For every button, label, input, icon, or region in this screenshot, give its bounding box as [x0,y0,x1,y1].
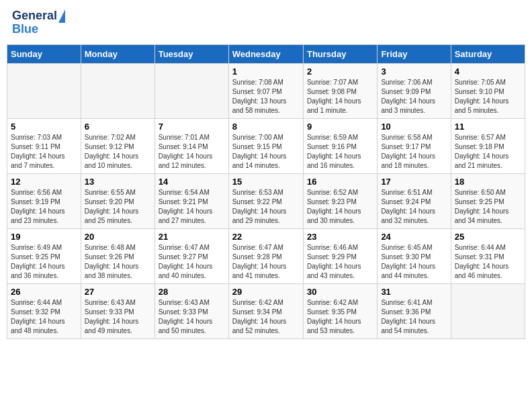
day-info: Sunrise: 6:53 AM Sunset: 9:22 PM Dayligh… [232,188,300,226]
calendar-cell: 28Sunrise: 6:43 AM Sunset: 9:33 PM Dayli… [154,283,228,338]
calendar-cell: 20Sunrise: 6:48 AM Sunset: 9:26 PM Dayli… [81,228,154,283]
day-info: Sunrise: 7:05 AM Sunset: 9:10 PM Dayligh… [455,78,521,116]
day-info: Sunrise: 6:44 AM Sunset: 9:32 PM Dayligh… [11,298,77,336]
day-header-monday: Monday [81,44,154,63]
calendar-table: SundayMondayTuesdayWednesdayThursdayFrid… [7,44,525,339]
calendar-cell: 10Sunrise: 6:58 AM Sunset: 9:17 PM Dayli… [378,118,451,173]
day-header-wednesday: Wednesday [228,44,303,63]
calendar-cell: 11Sunrise: 6:57 AM Sunset: 9:18 PM Dayli… [451,118,525,173]
day-info: Sunrise: 6:45 AM Sunset: 9:30 PM Dayligh… [381,243,447,281]
day-info: Sunrise: 6:46 AM Sunset: 9:29 PM Dayligh… [307,243,373,281]
calendar-cell: 16Sunrise: 6:52 AM Sunset: 9:23 PM Dayli… [303,173,377,228]
calendar-cell: 12Sunrise: 6:56 AM Sunset: 9:19 PM Dayli… [7,173,81,228]
calendar-cell [154,63,228,118]
week-row-5: 26Sunrise: 6:44 AM Sunset: 9:32 PM Dayli… [7,283,525,338]
calendar-cell: 30Sunrise: 6:42 AM Sunset: 9:35 PM Dayli… [303,283,377,338]
day-info: Sunrise: 7:03 AM Sunset: 9:11 PM Dayligh… [11,133,77,171]
day-number: 12 [11,177,77,187]
week-row-1: 1Sunrise: 7:08 AM Sunset: 9:07 PM Daylig… [7,63,525,118]
calendar-cell: 9Sunrise: 6:59 AM Sunset: 9:16 PM Daylig… [303,118,377,173]
page-header: General Blue [7,7,525,39]
calendar-cell: 29Sunrise: 6:42 AM Sunset: 9:34 PM Dayli… [228,283,303,338]
day-info: Sunrise: 6:50 AM Sunset: 9:25 PM Dayligh… [455,188,521,226]
calendar-cell: 13Sunrise: 6:55 AM Sunset: 9:20 PM Dayli… [81,173,154,228]
day-info: Sunrise: 6:57 AM Sunset: 9:18 PM Dayligh… [455,133,521,171]
day-number: 8 [232,122,300,132]
day-info: Sunrise: 6:48 AM Sunset: 9:26 PM Dayligh… [85,243,151,281]
calendar-cell: 24Sunrise: 6:45 AM Sunset: 9:30 PM Dayli… [378,228,451,283]
day-number: 15 [232,177,300,187]
calendar-cell: 19Sunrise: 6:49 AM Sunset: 9:25 PM Dayli… [7,228,81,283]
calendar-cell: 2Sunrise: 7:07 AM Sunset: 9:08 PM Daylig… [303,63,377,118]
day-info: Sunrise: 6:59 AM Sunset: 9:16 PM Dayligh… [307,133,373,171]
calendar-cell: 21Sunrise: 6:47 AM Sunset: 9:27 PM Dayli… [154,228,228,283]
calendar-cell: 27Sunrise: 6:43 AM Sunset: 9:33 PM Dayli… [81,283,154,338]
day-number: 28 [159,287,225,297]
day-number: 22 [232,232,300,242]
week-row-4: 19Sunrise: 6:49 AM Sunset: 9:25 PM Dayli… [7,228,525,283]
header-row: SundayMondayTuesdayWednesdayThursdayFrid… [7,44,525,63]
calendar-body: 1Sunrise: 7:08 AM Sunset: 9:07 PM Daylig… [7,63,525,338]
calendar-cell: 23Sunrise: 6:46 AM Sunset: 9:29 PM Dayli… [303,228,377,283]
day-number: 18 [455,177,521,187]
day-number: 9 [307,122,373,132]
day-info: Sunrise: 6:44 AM Sunset: 9:31 PM Dayligh… [455,243,521,281]
day-info: Sunrise: 7:08 AM Sunset: 9:07 PM Dayligh… [232,78,300,116]
day-header-friday: Friday [378,44,451,63]
day-header-tuesday: Tuesday [154,44,228,63]
day-info: Sunrise: 6:43 AM Sunset: 9:33 PM Dayligh… [159,298,225,336]
day-info: Sunrise: 7:02 AM Sunset: 9:12 PM Dayligh… [85,133,151,171]
calendar-cell: 15Sunrise: 6:53 AM Sunset: 9:22 PM Dayli… [228,173,303,228]
day-info: Sunrise: 6:43 AM Sunset: 9:33 PM Dayligh… [85,298,151,336]
day-number: 7 [159,122,225,132]
calendar-cell: 17Sunrise: 6:51 AM Sunset: 9:24 PM Dayli… [378,173,451,228]
calendar-cell: 5Sunrise: 7:03 AM Sunset: 9:11 PM Daylig… [7,118,81,173]
day-number: 23 [307,232,373,242]
day-number: 16 [307,177,373,187]
calendar-cell: 25Sunrise: 6:44 AM Sunset: 9:31 PM Dayli… [451,228,525,283]
day-number: 11 [455,122,521,132]
day-number: 24 [381,232,447,242]
day-number: 3 [381,66,447,77]
calendar-cell [451,283,525,338]
day-number: 17 [381,177,447,187]
day-info: Sunrise: 6:54 AM Sunset: 9:21 PM Dayligh… [159,188,225,226]
day-number: 20 [85,232,151,242]
day-header-sunday: Sunday [7,44,81,63]
logo: General Blue [12,9,65,36]
day-number: 29 [232,287,300,297]
calendar-cell: 31Sunrise: 6:41 AM Sunset: 9:36 PM Dayli… [378,283,451,338]
day-info: Sunrise: 7:06 AM Sunset: 9:09 PM Dayligh… [381,78,447,116]
day-number: 1 [232,66,300,77]
day-info: Sunrise: 7:01 AM Sunset: 9:14 PM Dayligh… [159,133,225,171]
calendar-cell: 14Sunrise: 6:54 AM Sunset: 9:21 PM Dayli… [154,173,228,228]
day-number: 27 [85,287,151,297]
week-row-2: 5Sunrise: 7:03 AM Sunset: 9:11 PM Daylig… [7,118,525,173]
day-info: Sunrise: 6:58 AM Sunset: 9:17 PM Dayligh… [381,133,447,171]
day-number: 30 [307,287,373,297]
calendar-cell: 7Sunrise: 7:01 AM Sunset: 9:14 PM Daylig… [154,118,228,173]
day-info: Sunrise: 6:47 AM Sunset: 9:28 PM Dayligh… [232,243,300,281]
day-number: 2 [307,66,373,77]
day-number: 13 [85,177,151,187]
calendar-cell: 8Sunrise: 7:00 AM Sunset: 9:15 PM Daylig… [228,118,303,173]
calendar-cell [81,63,154,118]
calendar-cell: 1Sunrise: 7:08 AM Sunset: 9:07 PM Daylig… [228,63,303,118]
day-number: 5 [11,122,77,132]
day-info: Sunrise: 6:51 AM Sunset: 9:24 PM Dayligh… [381,188,447,226]
day-header-thursday: Thursday [303,44,377,63]
calendar-cell: 6Sunrise: 7:02 AM Sunset: 9:12 PM Daylig… [81,118,154,173]
day-number: 19 [11,232,77,242]
calendar-header: SundayMondayTuesdayWednesdayThursdayFrid… [7,44,525,63]
day-info: Sunrise: 6:42 AM Sunset: 9:35 PM Dayligh… [307,298,373,336]
calendar-cell: 4Sunrise: 7:05 AM Sunset: 9:10 PM Daylig… [451,63,525,118]
calendar-cell: 26Sunrise: 6:44 AM Sunset: 9:32 PM Dayli… [7,283,81,338]
day-info: Sunrise: 6:42 AM Sunset: 9:34 PM Dayligh… [232,298,300,336]
day-info: Sunrise: 6:49 AM Sunset: 9:25 PM Dayligh… [11,243,77,281]
day-info: Sunrise: 6:55 AM Sunset: 9:20 PM Dayligh… [85,188,151,226]
logo-triangle-icon [58,9,65,23]
day-info: Sunrise: 6:41 AM Sunset: 9:36 PM Dayligh… [381,298,447,336]
day-info: Sunrise: 7:07 AM Sunset: 9:08 PM Dayligh… [307,78,373,116]
calendar-cell: 22Sunrise: 6:47 AM Sunset: 9:28 PM Dayli… [228,228,303,283]
calendar-cell: 3Sunrise: 7:06 AM Sunset: 9:09 PM Daylig… [378,63,451,118]
